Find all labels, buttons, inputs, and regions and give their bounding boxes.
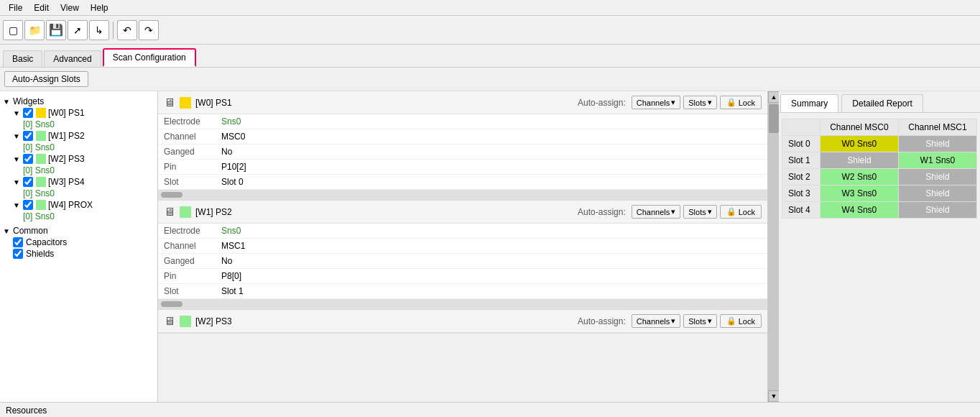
right-tabs: Summary Detailed Report [779, 91, 980, 113]
middle-vscroll[interactable]: ▲ ▼ [767, 91, 779, 402]
tree-w0: ▼ [W0] PS1 [0] Sns0 [0, 107, 157, 130]
w1-auto-assign-label: Auto-assign: [578, 207, 626, 217]
w4-toggle[interactable]: ▼ [13, 201, 23, 209]
w1-toggle[interactable]: ▼ [13, 132, 23, 140]
scroll-down-btn[interactable]: ▼ [768, 390, 779, 402]
w4-checkbox[interactable] [23, 200, 33, 210]
menu-help[interactable]: Help [85, 1, 114, 14]
common-root[interactable]: ▼ Common [0, 225, 157, 237]
tab-scan-configuration[interactable]: Scan Configuration [103, 48, 196, 67]
widget-header-w2: 🖥 [W2] PS3 Auto-assign: Channels ▾ Slots… [158, 310, 767, 333]
w2-checkbox[interactable] [23, 154, 33, 164]
w0-channels-chevron: ▾ [671, 98, 675, 107]
widget-block-w2: 🖥 [W2] PS3 Auto-assign: Channels ▾ Slots… [158, 310, 767, 334]
tree-w4: ▼ [W4] PROX [0] Sns0 [0, 199, 157, 222]
toolbar-separator [113, 22, 114, 39]
tab-basic[interactable]: Basic [3, 50, 42, 67]
w2-toggle[interactable]: ▼ [13, 155, 23, 163]
scroll-track [768, 103, 779, 390]
shields-item[interactable]: Shields [10, 248, 157, 260]
slot0-msc1: Shield [898, 136, 976, 152]
tree-w4-item[interactable]: ▼ [W4] PROX [10, 199, 157, 211]
w0-channels-btn[interactable]: Channels ▾ [632, 96, 680, 109]
widgets-toggle[interactable]: ▼ [3, 98, 13, 106]
w1-checkbox[interactable] [23, 131, 33, 141]
w0-electrode-value: Sns0 [216, 114, 767, 129]
menu-edit[interactable]: Edit [28, 1, 55, 14]
w1-channels-btn[interactable]: Channels ▾ [632, 205, 680, 219]
widgets-label: Widgets [13, 96, 44, 106]
w0-sns-item[interactable]: [0] Sns0 [20, 119, 157, 130]
tree-w1-item[interactable]: ▼ [W1] PS2 [10, 130, 157, 142]
w0-pin-value: P10[2] [216, 160, 767, 175]
summary-row-slot4: Slot 4 W4 Sns0 Shield [782, 202, 977, 219]
right-panel: Summary Detailed Report Channel MSC0 Cha… [779, 91, 980, 402]
w2-channels-btn[interactable]: Channels ▾ [632, 314, 680, 328]
w1-h-scroll[interactable] [158, 299, 767, 309]
shields-checkbox[interactable] [13, 249, 23, 259]
w0-checkbox[interactable] [23, 108, 33, 118]
save-button[interactable]: 💾 [46, 20, 66, 40]
w1-sns-item[interactable]: [0] Sns0 [20, 142, 157, 153]
w0-auto-assign-label: Auto-assign: [578, 98, 626, 108]
capacitors-label: Capacitors [26, 237, 67, 247]
redo-button[interactable]: ↷ [139, 20, 159, 40]
middle-panel-container: 🖥 [W0] PS1 Auto-assign: Channels ▾ Slots… [158, 91, 779, 402]
menu-file[interactable]: File [3, 1, 28, 14]
capacitors-item[interactable]: Capacitors [10, 237, 157, 248]
slot0-msc0: W0 Sns0 [820, 136, 898, 152]
w2-icon [36, 154, 46, 164]
w1-slots-chevron: ▾ [708, 207, 712, 216]
w0-color-box [180, 97, 191, 109]
w1-channels-chevron: ▾ [671, 207, 675, 216]
auto-assign-bar: Auto-Assign Slots [0, 68, 980, 91]
scroll-up-btn[interactable]: ▲ [768, 91, 779, 103]
w4-sns: [0] Sns0 [10, 211, 157, 222]
resources-label: Resources [6, 405, 974, 416]
w3-sns-item[interactable]: [0] Sns0 [20, 188, 157, 199]
w3-toggle[interactable]: ▼ [13, 178, 23, 186]
main-layout: ▼ Widgets ▼ [W0] PS1 [0] Sns0 [0, 91, 980, 402]
capacitors-checkbox[interactable] [13, 237, 23, 247]
common-toggle[interactable]: ▼ [3, 227, 13, 235]
menu-view[interactable]: View [55, 1, 85, 14]
widget-header-left-w1: 🖥 [W1] PS2 [164, 206, 572, 219]
w2-lock-btn[interactable]: 🔒 Lock [720, 314, 762, 328]
w0-h-scroll[interactable] [158, 190, 767, 200]
tree-w2-item[interactable]: ▼ [W2] PS3 [10, 153, 157, 165]
undo-button[interactable]: ↶ [117, 20, 137, 40]
export-ext-button[interactable]: ➚ [68, 20, 88, 40]
tree-w2: ▼ [W2] PS3 [0] Sns0 [0, 153, 157, 176]
w1-table: Electrode Sns0 Channel MSC1 Ganged No [158, 224, 767, 299]
w0-lock-btn[interactable]: 🔒 Lock [720, 96, 762, 109]
widgets-root[interactable]: ▼ Widgets [0, 96, 157, 107]
summary-content: Channel MSC0 Channel MSC1 Slot 0 W0 Sns0… [779, 113, 980, 221]
w1-slots-btn[interactable]: Slots ▾ [683, 205, 716, 219]
w1-lock-label: Lock [739, 208, 755, 216]
tree-w3-item[interactable]: ▼ [W3] PS4 [10, 176, 157, 188]
w1-lock-btn[interactable]: 🔒 Lock [720, 205, 762, 219]
open-button[interactable]: 📁 [24, 20, 45, 40]
tab-detailed-report[interactable]: Detailed Report [841, 94, 923, 112]
new-button[interactable]: ▢ [3, 20, 23, 40]
export-button[interactable]: ↳ [89, 20, 109, 40]
auto-assign-slots-button[interactable]: Auto-Assign Slots [4, 71, 88, 87]
w0-slots-btn[interactable]: Slots ▾ [683, 96, 716, 109]
tab-advanced[interactable]: Advanced [44, 50, 101, 67]
w3-checkbox[interactable] [23, 177, 33, 187]
w0-sns-label: [0] Sns0 [23, 119, 55, 129]
scroll-thumb [769, 104, 779, 133]
w0-scroll-thumb [161, 192, 182, 198]
w0-toggle[interactable]: ▼ [13, 109, 23, 117]
w0-table: Electrode Sns0 Channel MSC0 Ganged No [158, 114, 767, 190]
table-row: Electrode Sns0 [158, 114, 767, 129]
w1-controls: Channels ▾ Slots ▾ 🔒 Lock [632, 205, 762, 219]
w2-slots-btn[interactable]: Slots ▾ [683, 314, 716, 328]
tree-w0-item[interactable]: ▼ [W0] PS1 [10, 107, 157, 119]
summary-header-row: Channel MSC0 Channel MSC1 [782, 119, 977, 136]
tree-w3: ▼ [W3] PS4 [0] Sns0 [0, 176, 157, 199]
w1-electrode-value: Sns0 [216, 224, 767, 239]
tab-summary[interactable]: Summary [780, 94, 838, 112]
w2-sns-item[interactable]: [0] Sns0 [20, 165, 157, 176]
w4-sns-item[interactable]: [0] Sns0 [20, 211, 157, 222]
